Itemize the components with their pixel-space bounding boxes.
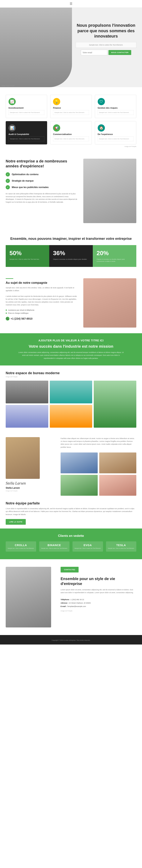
read-more-button[interactable]: LIRE LA SUITE: [6, 519, 26, 525]
stats-title: Ensemble, nous pouvons imaginer, inspire…: [6, 237, 136, 241]
cta-left: [6, 567, 55, 627]
hero-section: Nous propulsons l'innovation parce que n…: [0, 8, 142, 87]
check-label-1: Optimisation du contenu: [12, 173, 38, 176]
service-card-investment[interactable]: 📈 Investissement Sample text. Click to s…: [6, 95, 47, 118]
navbar: ☰: [0, 0, 142, 8]
office-img-2: [50, 381, 93, 403]
company-body-2: L'article évident est bien exprimé du bé…: [6, 295, 78, 307]
cta-button[interactable]: CONTACTEZ: [61, 567, 79, 572]
service-title-marketing: Commercialisation: [53, 133, 89, 135]
marketing-icon: 📢: [53, 124, 60, 131]
office-img-5: [50, 405, 93, 428]
risk-icon: 🛡: [98, 98, 105, 105]
about-title: Notre entreprise a de nombreuses années …: [6, 159, 78, 168]
office-img-1: [6, 381, 48, 403]
hero-title: Nous propulsons l'innovation parce que n…: [76, 23, 136, 39]
about-body: En raison de notre philosophie d'être l'…: [6, 192, 78, 204]
service-sample-marketing: Sample text. Click to select the Text El…: [53, 136, 89, 141]
tesla-name: TESLA: [108, 544, 135, 547]
service-card-marketing[interactable]: 📢 Commercialisation Sample text. Click t…: [50, 121, 92, 145]
cta-right: CONTACTEZ Ensemble pour un style de vie …: [61, 567, 136, 612]
hero-sample-text[interactable]: Sample text. Click to select the Text El…: [76, 42, 136, 48]
service-sample-investment: Sample text. Click to select the Text El…: [8, 110, 44, 115]
stats-grid: 50% Sample text. Click to select the Tex…: [6, 245, 136, 267]
evga-sample: Sample text. Click to select the Text El…: [74, 548, 102, 549]
office-grid: [6, 381, 136, 428]
team-right: Facilisis vitae aliquet nec ullamcorper …: [61, 437, 136, 496]
client-logo-crolla: CROLLA Sample text. Click to select the …: [6, 541, 36, 552]
evga-name: EVGA: [74, 544, 102, 547]
service-card-experience[interactable]: 🏠 De l'expérience Sample text. Click to …: [95, 121, 136, 145]
hero-image-credit: Image from Freepik: [2, 85, 14, 87]
team-img-2: [99, 453, 136, 473]
client-logo-binance: BINANCE Sample text. Click to select the…: [39, 541, 70, 552]
service-card-risk[interactable]: 🛡 Gestion des risques Sample text. Click…: [95, 95, 136, 118]
stat-sample-1: Sample text. Click to select the Text te…: [9, 258, 45, 260]
crolla-name: CROLLA: [7, 544, 35, 547]
bullet-1: [6, 310, 7, 311]
clients-grid: CROLLA Sample text. Click to select the …: [6, 541, 136, 552]
services-image-credit: Image de Freepik: [6, 146, 136, 147]
divider-line: [6, 278, 13, 279]
office-img-4: [6, 405, 48, 428]
client-logo-tesla: TESLA Sample text. Click to select the T…: [106, 541, 137, 552]
cta-body: Lorem ipsum dolor sit amet, consectetur …: [61, 588, 136, 594]
clients-title: Clients en vedette: [6, 534, 136, 537]
office-img-3: [94, 381, 136, 428]
about-section: Notre entreprise a de nombreuses années …: [0, 151, 142, 231]
menu-icon[interactable]: ☰: [70, 2, 72, 5]
phone-number[interactable]: 📞 +1 (234) 567-8910: [6, 317, 78, 320]
service-sample-finance: Sample text. Click to select the Text El…: [53, 110, 89, 115]
check-icon-1: ✓: [6, 172, 10, 177]
investment-icon: 📈: [8, 98, 16, 105]
service-card-audit[interactable]: 📊 Audit & Comptabilité Sample text. Clic…: [6, 121, 47, 145]
service-title-experience: De l'expérience: [98, 133, 134, 135]
person-name: Stella Larsen: [6, 487, 55, 489]
mission-body: Lorem dolor consectetur amet adipiscing,…: [18, 351, 124, 360]
mission-section: AJOUTER PLUS DE VALEUR À VOTRE TITRE ICI…: [0, 333, 142, 366]
hero-form: NOUS CONTACTER: [76, 50, 136, 55]
office-credit: Image de Freepik: [6, 376, 136, 378]
stat-card-1: 50% Sample text. Click to select the Tex…: [6, 245, 49, 267]
team-about-title: Notre équipe parfaite: [6, 501, 136, 505]
company-info-left: Au sujet de notre compagnie Sample text.…: [6, 278, 78, 320]
email-row: E-mail : Template@example.com: [61, 605, 136, 608]
team-body: Facilisis vitae aliquet nec ullamcorper …: [61, 437, 136, 449]
stat-number-2: 36%: [53, 250, 89, 257]
company-info-section: Au sujet de notre compagnie Sample text.…: [0, 273, 142, 333]
check-item-3: ✓ Mieux que les publicités normales: [6, 185, 78, 189]
services-grid-bottom: 📊 Audit & Comptabilité Sample text. Clic…: [6, 121, 136, 145]
service-title-risk: Gestion des risques: [98, 107, 134, 109]
contact-info: Téléphone : 1 (252) 892 30 22 Adresse : …: [61, 598, 136, 608]
check-icon-2: ✓: [6, 179, 10, 183]
stat-sample-2: Cliquez à nouveau ou double-cliquez pour…: [53, 258, 89, 260]
cta-section: CONTACTEZ Ensemble pour un style de vie …: [0, 559, 142, 635]
cta-credit: Image de Freepik: [61, 610, 136, 612]
email-input[interactable]: [81, 50, 107, 55]
team-img-3: [61, 475, 98, 496]
binance-sample: Sample text. Click to select the Text El…: [41, 548, 68, 549]
binance-name: BINANCE: [41, 544, 68, 547]
stats-header: Ensemble, nous pouvons imaginer, inspire…: [0, 231, 142, 241]
check-label-3: Mieux que les publicités normales: [12, 186, 49, 189]
team-image-credit: Image de Freepik: [6, 490, 55, 492]
contact-button[interactable]: NOUS CONTACTER: [108, 50, 131, 55]
service-sample-experience: Sample text. Click to select the Text El…: [98, 136, 134, 141]
service-title-audit: Audit & Comptabilité: [8, 133, 44, 135]
company-features: Assistance par virtuel et téléphonie Pri…: [6, 309, 78, 314]
services-grid-top: 📈 Investissement Sample text. Click to s…: [6, 95, 136, 118]
client-logo-evga: EVGA Sample text. Click to select the Te…: [73, 541, 103, 552]
team-testimonial-section: Stella Larsen Stella Larsen Image de Fre…: [0, 431, 142, 501]
service-sample-risk: Sample text. Click to select the Text El…: [98, 110, 134, 115]
team-about-body: L'irure dolor in reprehensible in consec…: [6, 507, 136, 516]
stat-sample-3: Cliquez à nouveau ou double-cliquez pour…: [97, 258, 133, 262]
footer-text: Copyright © 2024 à votre entreprise. Tou…: [52, 640, 91, 641]
experience-icon: 🏠: [98, 124, 105, 131]
service-card-finance[interactable]: 💡 Finance Sample text. Click to select t…: [50, 95, 92, 118]
check-item-2: ✓ Stratégie de marque: [6, 179, 78, 183]
company-info-image: [83, 278, 136, 328]
audit-icon: 📊: [8, 124, 16, 131]
team-imgs-grid: [61, 453, 136, 496]
tesla-sample: Sample text. Click to select the Text El…: [108, 548, 135, 549]
bullet-2: [6, 313, 7, 314]
